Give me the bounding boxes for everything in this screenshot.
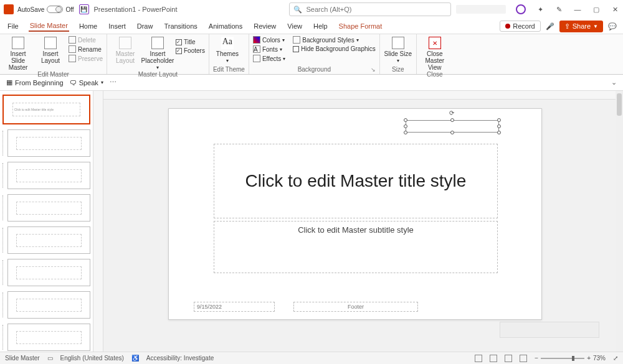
subtitle-placeholder[interactable]: Click to edit Master subtitle style [214,221,498,273]
tab-shape-format[interactable]: Shape Format [338,21,384,31]
zoom-slider[interactable] [541,358,584,359]
chevron-down-icon: ▾ [280,47,282,52]
thumb-layout[interactable] [2,226,90,254]
resize-handle[interactable] [497,131,501,134]
thumbnail-pane[interactable]: Click to edit Master title style [0,91,93,352]
coming-soon-icon[interactable]: ✦ [536,5,545,14]
resize-handle[interactable] [450,131,454,134]
zoom-in-icon[interactable]: + [587,355,591,362]
minimize-button[interactable]: — [573,5,582,14]
title-placeholder[interactable]: Click to edit Master title style [214,144,498,218]
from-beginning-button[interactable]: ▦From Beginning [6,78,64,86]
slide-canvas[interactable]: ⟳ Click to edit Master title style Click… [93,91,623,352]
tab-transitions[interactable]: Transitions [163,21,198,31]
thumb-layout[interactable] [2,324,90,351]
date-placeholder[interactable]: 9/15/2022 [194,302,275,312]
search-box[interactable]: 🔍 [289,2,451,16]
thumb-layout[interactable] [2,129,90,157]
chevron-down-icon: ▾ [226,58,229,64]
toggle-switch-icon[interactable] [47,6,63,13]
speak-icon: 🗨 [70,79,77,86]
delete-button[interactable]: Delete [69,35,103,44]
scroll-thumb[interactable] [617,93,622,116]
chevron-down-icon: ▾ [397,58,399,64]
resize-handle[interactable] [404,131,407,134]
dialog-launcher-icon[interactable]: ↘ [371,67,376,73]
zoom-thumb[interactable] [572,356,574,361]
colors-button[interactable]: Colors▾ [253,35,285,44]
master-layout-button[interactable]: Master Layout [111,35,140,64]
tab-review[interactable]: Review [252,21,277,31]
bg-styles-button[interactable]: Background Styles▾ [293,35,376,44]
status-language[interactable]: English (United States) [60,355,124,362]
view-reading-icon[interactable] [505,355,512,362]
share-icon: ⇪ [564,22,570,30]
share-button[interactable]: ⇪ Share ▼ [559,21,603,32]
preserve-icon [69,55,76,62]
zoom-control[interactable]: − + 73% [535,355,606,362]
resize-handle[interactable] [497,124,501,128]
resize-handle[interactable] [450,118,454,122]
footer-placeholder[interactable]: Footer [293,302,418,312]
speak-button[interactable]: 🗨Speak▾ [70,79,103,86]
status-accessibility[interactable]: Accessibility: Investigate [146,355,214,362]
vertical-scrollbar[interactable] [616,91,623,352]
themes-button[interactable]: Aa Themes ▾ [213,35,242,64]
effects-button[interactable]: Effects▾ [253,54,285,63]
resize-handle[interactable] [404,118,407,122]
insert-layout-button[interactable]: Insert Layout [36,35,65,64]
fonts-button[interactable]: AFonts▾ [253,45,285,54]
overflow-icon: ⋯ [110,78,117,86]
thumb-layout[interactable] [2,162,90,189]
tab-help[interactable]: Help [312,21,329,31]
pen-icon[interactable]: ✎ [554,5,563,14]
insert-placeholder-button[interactable]: Insert Placeholder ▾ [143,35,172,71]
mic-icon[interactable]: 🎤 [546,22,554,30]
thumb-layout[interactable] [2,259,90,286]
tab-insert[interactable]: Insert [107,21,127,31]
footers-checkbox[interactable]: Footers [176,47,205,55]
collapse-ribbon-icon[interactable]: ⌄ [611,78,617,86]
overflow-button[interactable]: ⋯ [110,78,117,86]
checkbox-icon [293,46,299,52]
language-icon[interactable]: ▭ [47,355,53,362]
account-avatar-icon[interactable] [516,4,526,14]
resize-handle[interactable] [497,118,501,122]
comment-icon[interactable]: 💬 [608,22,617,30]
tab-file[interactable]: File [6,21,20,31]
search-input[interactable] [306,6,447,13]
tab-slide-master[interactable]: Slide Master [29,21,69,32]
view-slideshow-icon[interactable] [520,355,527,362]
thumb-master[interactable]: Click to edit Master title style [2,95,90,124]
zoom-out-icon[interactable]: − [535,355,538,362]
tab-home[interactable]: Home [78,21,98,31]
tab-draw[interactable]: Draw [136,21,155,31]
group-label-edit-theme: Edit Theme [213,66,245,74]
insert-slide-master-button[interactable]: Insert Slide Master [4,35,32,71]
thumb-layout[interactable] [2,291,90,319]
tab-view[interactable]: View [286,21,303,31]
view-normal-icon[interactable] [475,355,482,362]
zoom-level[interactable]: 73% [593,355,606,362]
view-sorter-icon[interactable] [490,355,497,362]
close-window-button[interactable]: ✕ [611,5,619,14]
thumb-layout[interactable] [2,194,90,222]
hide-bg-checkbox[interactable]: Hide Background Graphics [293,45,376,53]
autosave-toggle[interactable]: AutoSave Off [17,6,74,13]
title-checkbox[interactable]: Title [176,38,205,46]
close-master-view-button[interactable]: ✕ Close Master View [421,35,449,71]
resize-handle[interactable] [404,124,407,128]
rotate-handle-icon[interactable]: ⟳ [449,110,455,116]
tab-animations[interactable]: Animations [207,21,244,31]
slide-size-button[interactable]: Slide Size ▾ [384,35,412,64]
fit-to-window-icon[interactable]: ⤢ [613,355,618,362]
rename-button[interactable]: Rename [69,45,103,54]
save-icon[interactable]: 💾 [79,4,89,14]
record-button[interactable]: Record [500,21,540,32]
selected-shape[interactable]: ⟳ [406,120,499,133]
preserve-button[interactable]: Preserve [69,54,103,63]
delete-icon [69,36,76,44]
slide[interactable]: ⟳ Click to edit Master title style Click… [168,108,542,320]
maximize-button[interactable]: ▢ [592,5,601,14]
group-background: Colors▾ AFonts▾ Effects▾ Background Styl… [249,34,380,74]
